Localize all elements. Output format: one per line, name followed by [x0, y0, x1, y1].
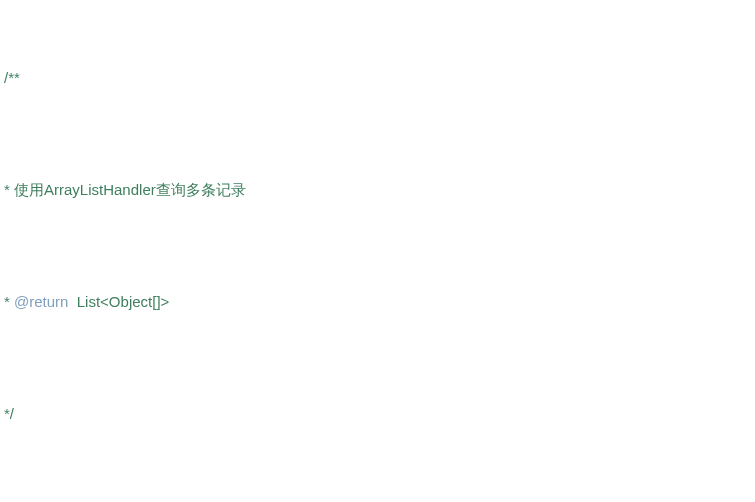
comment-text: */	[4, 405, 14, 422]
comment-text: /**	[4, 69, 20, 86]
javadoc-line: * 使用ArrayListHandler查询多条记录	[4, 179, 755, 200]
javadoc-close: */	[4, 403, 755, 424]
code-block: /** * 使用ArrayListHandler查询多条记录 * @return…	[0, 0, 755, 502]
javadoc-return: * @return List<Object[]>	[4, 291, 755, 312]
javadoc-open: /**	[4, 67, 755, 88]
comment-text: 使用ArrayListHandler查询多条记录	[10, 181, 246, 198]
comment-text: List<Object[]>	[68, 293, 169, 310]
doc-tag: @return	[10, 293, 69, 310]
